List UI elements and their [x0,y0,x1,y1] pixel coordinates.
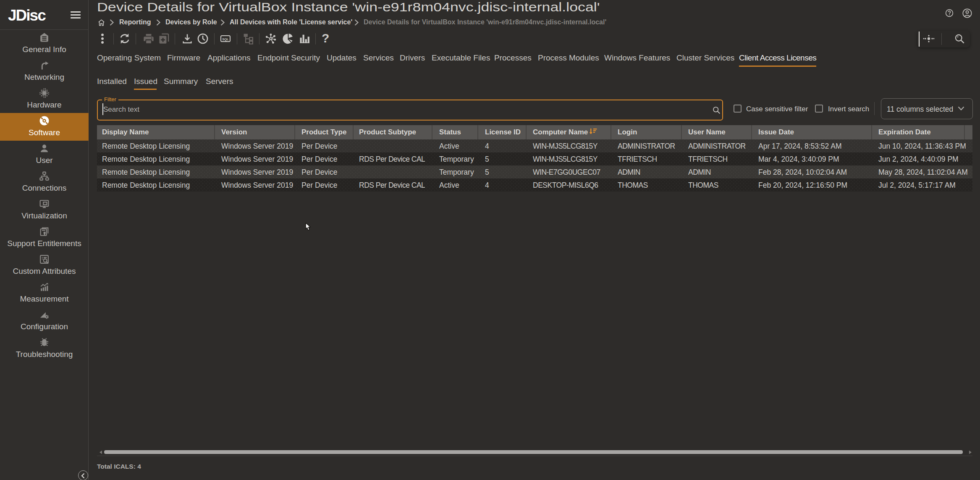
svg-text:SQL: SQL [222,37,229,41]
